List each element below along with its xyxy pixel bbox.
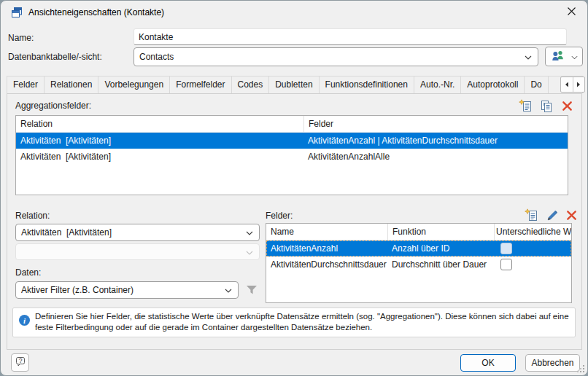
chevron-down-icon [246, 247, 253, 257]
cell-funktion: Anzahl über ID [387, 243, 493, 254]
view-properties-dialog: Ansichteneigenschaften (Kontakte) Name: … [0, 0, 588, 376]
chevron-down-icon [525, 52, 532, 62]
help-button[interactable]: ? [11, 353, 29, 372]
close-button[interactable] [560, 4, 583, 21]
aggregation-copy-button[interactable] [539, 100, 554, 114]
chevron-down-icon [571, 52, 578, 62]
fields-row-1[interactable]: AktivitätenAnzahl Anzahl über ID [266, 240, 571, 256]
column-header-felder[interactable]: Felder [303, 116, 568, 132]
database-table-combobox[interactable]: Contacts [134, 47, 538, 66]
cell-relation: Aktivitäten [Aktivitäten] [16, 136, 303, 146]
fields-delete-button[interactable] [564, 209, 579, 224]
tab-felder[interactable]: Felder [7, 77, 45, 93]
distinct-values-checkbox[interactable] [500, 243, 512, 254]
cell-name: AktivitätenAnzahl [266, 243, 387, 254]
pencil-edit-icon [546, 209, 559, 224]
cell-relation: Aktivitäten [Aktivitäten] [16, 152, 303, 162]
tab-codes[interactable]: Codes [232, 77, 270, 93]
cell-funktion: Durchschnitt über Dauer [387, 259, 493, 270]
tab-funktionsdefinitionen[interactable]: Funktionsdefinitionen [320, 77, 414, 93]
column-header-relation[interactable]: Relation [16, 116, 303, 132]
info-icon: i [19, 315, 30, 326]
resize-grip[interactable] [577, 365, 585, 373]
copy-icon [539, 99, 554, 116]
tab-strip: Felder Relationen Vorbelegungen Formelfe… [7, 76, 583, 93]
name-input[interactable] [134, 28, 567, 45]
contacts-people-icon [551, 50, 565, 63]
column-header-distinct[interactable]: Unterschiedliche Werte [494, 224, 571, 240]
fields-row-2[interactable]: AktivitätenDurchschnittsdauer Durchschni… [266, 256, 571, 273]
tab-dubletten[interactable]: Dubletten [269, 77, 319, 93]
aggregation-row-2[interactable]: Aktivitäten [Aktivitäten] AktivitätenAnz… [16, 149, 568, 165]
arrow-right-icon [576, 79, 581, 90]
column-header-funktion[interactable]: Funktion [387, 224, 494, 240]
info-box: i Definieren Sie hier Felder, die statis… [12, 308, 576, 337]
ok-button[interactable]: OK [460, 354, 516, 372]
fields-new-button[interactable] [525, 209, 539, 224]
new-item-icon [519, 99, 533, 116]
aggregation-new-button[interactable] [519, 100, 533, 114]
chevron-down-icon [225, 285, 232, 295]
daten-label: Daten: [15, 267, 41, 278]
arrow-left-icon [565, 79, 569, 90]
daten-value: Aktiver Filter (z.B. Container) [21, 285, 225, 295]
tab-scroll-right-button[interactable] [573, 77, 585, 92]
tab-relationen[interactable]: Relationen [45, 77, 98, 93]
cell-felder: AktivitätenAnzahlAlle [303, 152, 568, 162]
tab-autoprotokoll[interactable]: Autoprotokoll [461, 77, 525, 93]
name-label: Name: [8, 33, 34, 43]
distinct-values-checkbox[interactable] [500, 259, 512, 270]
aggregation-fields-list: Relation Felder Aktivitäten [Aktivitäten… [15, 115, 568, 195]
daten-combobox[interactable]: Aktiver Filter (z.B. Container) [15, 281, 239, 299]
relation-value: Aktivitäten [Aktivitäten] [21, 227, 246, 238]
cancel-button[interactable]: Abbrechen [525, 354, 580, 372]
chevron-down-icon [246, 227, 253, 238]
table-type-split-button[interactable] [545, 47, 583, 66]
tab-scroll-left-button[interactable] [561, 77, 573, 92]
svg-text:?: ? [18, 357, 22, 364]
relation-sub-combobox-disabled [15, 243, 260, 260]
database-table-label: Datenbanktabelle/-sicht: [8, 52, 102, 62]
tab-scroll-buttons [560, 77, 585, 93]
aggregation-fields-label: Aggregationsfelder: [15, 101, 91, 111]
aggregation-list-header: Relation Felder [16, 116, 568, 133]
fields-list-header: Name Funktion Unterschiedliche Werte [266, 224, 571, 240]
close-icon [567, 7, 576, 18]
fields-label: Felder: [266, 211, 293, 221]
aggregation-delete-button[interactable] [560, 100, 574, 114]
relation-combobox[interactable]: Aktivitäten [Aktivitäten] [15, 224, 260, 241]
tab-dokumente-clipped[interactable]: Do [525, 77, 548, 93]
column-header-name[interactable]: Name [266, 224, 387, 240]
tab-auto-nr[interactable]: Auto.-Nr. [414, 77, 461, 93]
fields-list: Name Funktion Unterschiedliche Werte Akt… [266, 223, 572, 303]
tab-formelfelder[interactable]: Formelfelder [170, 77, 231, 93]
delete-x-icon [561, 100, 573, 114]
cell-felder: AktivitätenAnzahl | AktivitätenDurchschn… [303, 136, 568, 146]
delete-x-icon [565, 209, 578, 224]
window-title: Ansichteneigenschaften (Kontakte) [28, 7, 164, 17]
filter-funnel-icon[interactable] [245, 283, 258, 297]
info-text: Definieren Sie hier Felder, die statisti… [35, 311, 572, 333]
title-bar: Ansichteneigenschaften (Kontakte) [1, 1, 587, 24]
tab-vorbelegungen[interactable]: Vorbelegungen [98, 77, 170, 93]
fields-edit-button[interactable] [545, 209, 560, 224]
help-bubble-icon: ? [15, 356, 26, 369]
window-cascade-icon [11, 7, 23, 18]
cell-name: AktivitätenDurchschnittsdauer [266, 259, 387, 270]
aggregation-row-1[interactable]: Aktivitäten [Aktivitäten] AktivitätenAnz… [16, 133, 568, 149]
database-table-value: Contacts [139, 52, 525, 62]
relation-label: Relation: [15, 211, 50, 221]
